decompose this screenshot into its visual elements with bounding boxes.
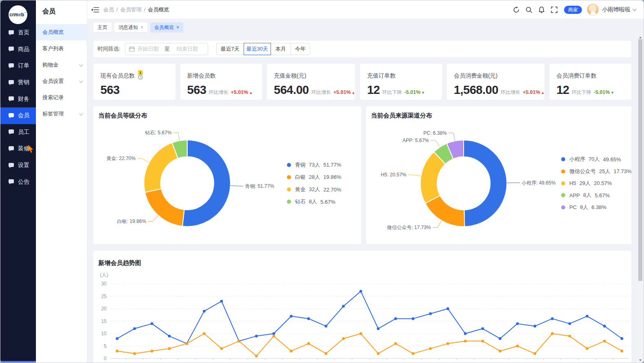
data-point[interactable]	[307, 342, 310, 345]
data-point[interactable]	[116, 337, 119, 340]
legend-item-白银[interactable]: 白银28人19.86%	[287, 174, 342, 181]
data-point[interactable]	[238, 340, 240, 343]
donut-segment-黄金[interactable]	[144, 143, 178, 192]
data-point[interactable]	[620, 350, 623, 352]
scroll-down-arrow[interactable]	[639, 359, 642, 361]
breadcrumb-part[interactable]: 会员	[103, 7, 114, 13]
donut-segment-小程序[interactable]	[464, 140, 507, 227]
legend-item-H5[interactable]: H529人20.57%	[561, 180, 612, 187]
fullscreen-icon[interactable]	[551, 6, 558, 13]
tab-主页[interactable]: 主页	[93, 22, 111, 32]
data-point[interactable]	[412, 317, 415, 320]
data-point[interactable]	[586, 347, 588, 350]
scrollbar-thumb[interactable]	[638, 39, 642, 281]
data-point[interactable]	[394, 317, 397, 320]
tab-会员概览[interactable]: 会员概览×	[150, 22, 183, 32]
data-point[interactable]	[620, 337, 623, 340]
data-point[interactable]	[429, 312, 432, 315]
data-point[interactable]	[307, 317, 310, 320]
username[interactable]: 小雨哗啦啦	[602, 6, 631, 13]
sidebar-item-1[interactable]: 商品	[0, 41, 36, 58]
data-point[interactable]	[360, 290, 362, 293]
data-point[interactable]	[360, 332, 362, 335]
data-point[interactable]	[116, 350, 119, 352]
range-button-0[interactable]: 最近7天	[216, 43, 244, 55]
data-point[interactable]	[446, 342, 449, 345]
legend-item-PC[interactable]: PC9人6.38%	[561, 204, 606, 211]
data-point[interactable]	[272, 335, 275, 338]
sidebar-item-4[interactable]: 财务	[0, 91, 36, 107]
sidebar-item-8[interactable]: 设置	[0, 157, 36, 174]
vertical-scrollbar[interactable]	[638, 35, 643, 363]
data-point[interactable]	[342, 305, 345, 308]
data-point[interactable]	[551, 317, 554, 320]
data-point[interactable]	[290, 350, 293, 352]
avatar[interactable]	[587, 4, 599, 16]
refresh-icon[interactable]	[513, 6, 520, 13]
data-point[interactable]	[203, 310, 206, 313]
data-point[interactable]	[168, 347, 171, 350]
data-point[interactable]	[412, 352, 415, 355]
sidebar-item-3[interactable]: 营销	[0, 74, 36, 91]
legend-item-小程序[interactable]: 小程序70人49.65%	[561, 156, 621, 163]
data-point[interactable]	[133, 352, 136, 355]
data-point[interactable]	[203, 332, 206, 335]
donut-segment-白银[interactable]	[145, 189, 184, 226]
range-button-2[interactable]: 本月	[271, 43, 291, 55]
sidebar-item-6[interactable]: 员工	[0, 124, 36, 141]
data-point[interactable]	[429, 347, 432, 350]
brand-logo[interactable]: crmeb™	[9, 5, 27, 24]
data-point[interactable]	[481, 340, 484, 343]
data-point[interactable]	[394, 342, 397, 345]
data-point[interactable]	[168, 335, 171, 338]
end-date-placeholder[interactable]: 结束日期	[177, 45, 198, 53]
sidebar-item-5[interactable]: 会员	[0, 107, 36, 124]
close-tab-icon[interactable]: ×	[140, 24, 143, 30]
submenu-item-0[interactable]: 会员概览	[36, 24, 87, 40]
data-point[interactable]	[568, 335, 571, 338]
submenu-item-2[interactable]: 购物金	[36, 57, 87, 73]
data-point[interactable]	[255, 355, 258, 358]
submenu-item-3[interactable]: 会员设置	[36, 73, 87, 89]
legend-item-青铜[interactable]: 青铜73人51.77%	[287, 161, 342, 169]
data-point[interactable]	[533, 325, 536, 327]
breadcrumb-part[interactable]: 会员概览	[148, 7, 169, 13]
scroll-up-arrow[interactable]	[639, 36, 642, 38]
chevron-down-icon[interactable]	[633, 7, 637, 11]
data-point[interactable]	[464, 340, 467, 343]
data-point[interactable]	[533, 352, 536, 355]
sidebar-item-9[interactable]: 公告	[0, 174, 36, 190]
data-point[interactable]	[290, 315, 293, 318]
submenu-item-1[interactable]: 客户列表	[36, 40, 87, 57]
breadcrumb-part[interactable]: 会员管理	[120, 7, 142, 13]
sidebar-item-2[interactable]: 订单	[0, 58, 36, 74]
range-button-3[interactable]: 今年	[291, 43, 310, 55]
data-point[interactable]	[464, 332, 467, 335]
data-point[interactable]	[272, 332, 275, 335]
data-point[interactable]	[185, 342, 188, 345]
data-point[interactable]	[499, 350, 502, 352]
sidebar-item-0[interactable]: 首页	[0, 24, 36, 41]
close-tab-icon[interactable]: ×	[176, 24, 179, 30]
tab-消息通知[interactable]: 消息通知×	[114, 22, 147, 32]
collapse-menu-icon[interactable]	[91, 6, 99, 13]
submenu-item-5[interactable]: 标签管理	[36, 106, 87, 122]
search-icon[interactable]	[525, 6, 533, 13]
data-point[interactable]	[324, 325, 327, 327]
data-point[interactable]	[586, 315, 588, 318]
data-point[interactable]	[377, 352, 380, 355]
data-point[interactable]	[342, 337, 345, 340]
data-point[interactable]	[603, 325, 606, 327]
date-range-input[interactable]: 开始日期 至 结束日期	[125, 43, 208, 55]
data-point[interactable]	[133, 327, 136, 330]
legend-item-APP[interactable]: APP8人5.67%	[561, 192, 610, 199]
data-point[interactable]	[151, 350, 153, 352]
range-button-1[interactable]: 最近30天	[244, 43, 271, 55]
data-point[interactable]	[481, 327, 484, 330]
data-point[interactable]	[516, 322, 519, 325]
donut-segment-青铜[interactable]	[182, 140, 231, 227]
data-point[interactable]	[377, 327, 380, 330]
data-point[interactable]	[516, 345, 519, 347]
data-point[interactable]	[568, 322, 571, 325]
data-point[interactable]	[499, 337, 502, 340]
